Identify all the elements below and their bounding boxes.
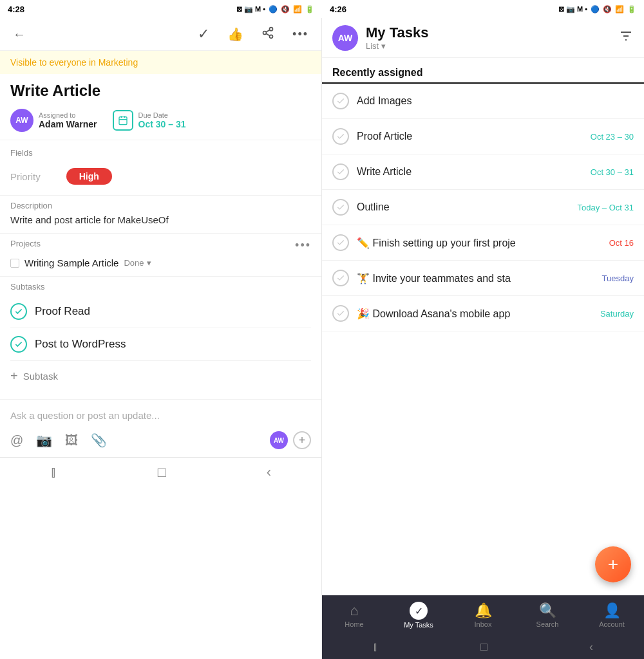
right-back-icon[interactable]: ‹ xyxy=(589,640,593,654)
description-section: Description Write and post article for M… xyxy=(0,195,321,233)
check-button[interactable]: ✓ xyxy=(195,23,212,45)
task-list-item-3[interactable]: Outline Today – Oct 31 xyxy=(322,190,644,225)
task-name-5: 🏋️ Invite your teammates and sta xyxy=(357,272,594,284)
left-bluetooth: 🔵 xyxy=(269,5,278,14)
subtask-item-2[interactable]: Post to WordPress xyxy=(10,328,311,361)
left-wifi-icon: 📶 xyxy=(293,5,302,14)
task-date-5: Tuesday xyxy=(602,274,634,283)
add-participant-button[interactable]: + xyxy=(293,431,311,449)
back-button[interactable]: ← xyxy=(10,24,28,44)
svg-point-0 xyxy=(270,27,273,30)
share-button[interactable] xyxy=(259,24,277,45)
nav-back-icon[interactable]: ‹ xyxy=(267,464,271,481)
svg-rect-5 xyxy=(119,117,127,125)
project-item[interactable]: Writing Sample Article Done ▾ xyxy=(10,257,311,268)
header-avatar: AW xyxy=(332,25,358,51)
my-tasks-check-circle: ✓ xyxy=(410,602,428,620)
task-list-item-4[interactable]: ✏️ Finish setting up your first proje Oc… xyxy=(322,225,644,261)
description-label: Description xyxy=(10,201,311,210)
comment-area: Ask a question or post an update... @ 📷 … xyxy=(0,399,321,457)
left-panel: ← ✓ 👍 ••• Visible to everyone in Marketi… xyxy=(0,18,322,659)
description-text: Write and post article for MakeUseOf xyxy=(10,214,311,225)
task-title: Write Article xyxy=(0,74,321,104)
header-subtitle[interactable]: List ▾ xyxy=(366,41,428,51)
task-check-6[interactable] xyxy=(332,305,349,322)
task-date-2: Oct 30 – 31 xyxy=(591,167,634,177)
task-list-item-6[interactable]: 🎉 Download Asana's mobile app Saturday xyxy=(322,296,644,331)
nav-item-mytasks[interactable]: ✓ My Tasks xyxy=(386,602,451,629)
task-check-2[interactable] xyxy=(332,163,349,180)
nav-menu-icon[interactable]: ⫿ xyxy=(50,464,57,481)
add-subtask-button[interactable]: + Subtask xyxy=(10,361,311,391)
projects-more-button[interactable]: ••• xyxy=(295,239,311,252)
svg-point-1 xyxy=(263,31,267,34)
at-icon[interactable]: @ xyxy=(10,433,23,448)
nav-account-label: Account xyxy=(599,620,625,628)
nav-home-label: Home xyxy=(345,620,363,628)
subtask-check-2[interactable] xyxy=(10,336,27,353)
comment-input[interactable]: Ask a question or post an update... xyxy=(10,407,311,426)
camera-icon[interactable]: 📷 xyxy=(36,432,52,448)
task-list: Add Images Proof Article Oct 23 – 30 Wri… xyxy=(322,84,644,595)
meta-row: AW Assigned to Adam Warner Due Date Oct … xyxy=(0,104,321,137)
recently-assigned-label: Recently assigned xyxy=(322,58,644,84)
right-bluetooth: 🔵 xyxy=(591,5,600,14)
subtask-name-2: Post to WordPress xyxy=(35,338,126,351)
task-list-item-2[interactable]: Write Article Oct 30 – 31 xyxy=(322,154,644,190)
task-check-4[interactable] xyxy=(332,234,349,251)
task-name-4: ✏️ Finish setting up your first proje xyxy=(357,237,601,249)
task-check-1[interactable] xyxy=(332,128,349,145)
task-name-1: Proof Article xyxy=(357,131,583,142)
fab-button[interactable]: + xyxy=(595,546,631,582)
bottom-nav-right: ⌂ Home ✓ My Tasks 🔔 Inbox 🔍 Search 👤 Acc… xyxy=(322,595,644,635)
subtask-check-1[interactable] xyxy=(10,303,27,320)
right-menu-icon[interactable]: ⫿ xyxy=(373,640,379,654)
inbox-icon: 🔔 xyxy=(475,602,492,619)
nav-mytasks-label: My Tasks xyxy=(404,621,433,629)
right-home-icon[interactable]: □ xyxy=(480,640,488,654)
left-status-icons: ⊠ 📷 M • xyxy=(236,5,265,14)
fields-section: Fields Priority High xyxy=(0,143,321,195)
thumbsup-button[interactable]: 👍 xyxy=(225,24,246,44)
left-mute-icon: 🔇 xyxy=(281,5,290,14)
filter-icon[interactable] xyxy=(618,28,634,47)
subtask-item[interactable]: Proof Read xyxy=(10,295,311,328)
paperclip-icon[interactable]: 📎 xyxy=(91,432,107,448)
nav-item-home[interactable]: ⌂ Home xyxy=(322,602,386,628)
task-date-6: Saturday xyxy=(600,309,634,319)
subtasks-label: Subtasks xyxy=(10,282,311,292)
nav-search-label: Search xyxy=(536,620,559,628)
projects-header: Projects ••• xyxy=(10,239,311,252)
task-check-5[interactable] xyxy=(332,270,349,286)
bottom-nav-left: ⫿ □ ‹ xyxy=(0,457,321,487)
project-square xyxy=(10,259,19,268)
nav-item-search[interactable]: 🔍 Search xyxy=(515,602,580,628)
nav-inbox-label: Inbox xyxy=(475,620,492,628)
header-title: My Tasks xyxy=(366,24,428,41)
svg-point-2 xyxy=(270,35,273,38)
task-list-item-5[interactable]: 🏋️ Invite your teammates and sta Tuesday xyxy=(322,261,644,296)
task-list-item-1[interactable]: Proof Article Oct 23 – 30 xyxy=(322,119,644,154)
project-dropdown-icon: ▾ xyxy=(147,258,151,268)
avatar: AW xyxy=(10,109,33,132)
task-name-0: Add Images xyxy=(357,95,634,107)
due-date-block[interactable]: Due Date Oct 30 – 31 xyxy=(113,110,186,131)
subtask-name-1: Proof Read xyxy=(35,305,90,318)
nav-item-account[interactable]: 👤 Account xyxy=(580,602,644,628)
svg-line-3 xyxy=(266,33,270,35)
task-check-0[interactable] xyxy=(332,93,349,109)
image-icon[interactable]: 🖼 xyxy=(65,433,78,448)
priority-row[interactable]: Priority High xyxy=(10,165,311,187)
home-icon: ⌂ xyxy=(350,602,358,619)
task-check-3[interactable] xyxy=(332,199,349,216)
assignee-block[interactable]: AW Assigned to Adam Warner xyxy=(10,109,97,132)
nav-home-icon[interactable]: □ xyxy=(158,464,166,481)
task-list-item[interactable]: Add Images xyxy=(322,84,644,119)
toolbar-left: ← ✓ 👍 ••• xyxy=(0,18,321,51)
task-name-2: Write Article xyxy=(357,166,583,178)
right-wifi-icon: 📶 xyxy=(615,5,624,14)
more-button[interactable]: ••• xyxy=(290,25,311,44)
svg-line-4 xyxy=(266,30,270,32)
nav-item-inbox[interactable]: 🔔 Inbox xyxy=(451,602,515,628)
android-nav-right: ⫿ □ ‹ xyxy=(322,635,644,659)
